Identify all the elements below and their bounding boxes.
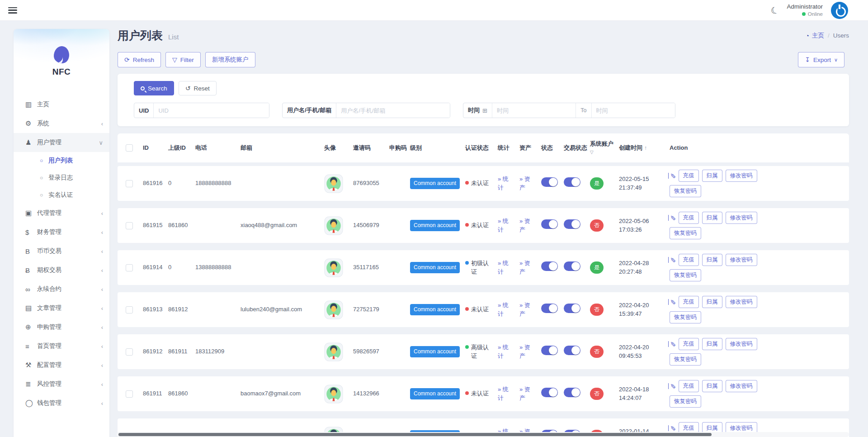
auth-status-text: 未认证 [471, 305, 491, 314]
edit-pencil-icon[interactable]: ✎ [669, 257, 677, 263]
sidebar-item-user-management[interactable]: ♟用户管理∨ [14, 133, 109, 152]
belong-button[interactable]: 归属 [702, 338, 722, 350]
edit-pencil-icon[interactable]: ✎ [669, 173, 677, 179]
belong-button[interactable]: 归属 [702, 254, 722, 266]
edit-pencil-icon[interactable]: ✎ [669, 299, 677, 305]
select-all-checkbox[interactable] [126, 144, 133, 152]
edit-pencil-icon[interactable]: ✎ [669, 425, 677, 431]
row-checkbox[interactable] [126, 348, 133, 356]
sidebar-subitem-user-list[interactable]: ○用户列表 [14, 152, 109, 169]
trade-status-toggle[interactable] [564, 346, 580, 355]
belong-button[interactable]: 归属 [702, 296, 722, 308]
change-password-button[interactable]: 修改密码 [726, 254, 757, 266]
trade-status-toggle[interactable] [564, 304, 580, 313]
add-system-account-button[interactable]: 新增系统账户 [205, 52, 255, 67]
recharge-button[interactable]: 充值 [679, 170, 699, 182]
uid-input[interactable] [154, 103, 269, 118]
stats-link[interactable]: » 统计 [498, 175, 514, 192]
stats-link[interactable]: » 统计 [498, 301, 514, 318]
row-checkbox[interactable] [126, 222, 133, 229]
sidebar-item-finance-management[interactable]: $财务管理‹ [14, 223, 109, 242]
avatar[interactable] [831, 2, 848, 19]
col-created[interactable]: 创建时间↑ [619, 144, 670, 152]
row-checkbox[interactable] [126, 180, 133, 187]
belong-button[interactable]: 归属 [702, 380, 722, 392]
recharge-button[interactable]: 充值 [679, 380, 699, 392]
sidebar-subitem-real-name-auth[interactable]: ○实名认证 [14, 186, 109, 204]
trade-status-toggle[interactable] [564, 388, 580, 397]
belong-button[interactable]: 归属 [702, 212, 722, 224]
filter-button[interactable]: ▽Filter [165, 52, 201, 67]
belong-button[interactable]: 归属 [702, 170, 722, 182]
status-toggle[interactable] [541, 388, 558, 397]
sidebar-item-spot-trading[interactable]: B币币交易‹ [14, 242, 109, 261]
breadcrumb-home-link[interactable]: ◔主页 [806, 32, 824, 40]
recharge-button[interactable]: 充值 [679, 338, 699, 350]
assets-link[interactable]: » 资产 [519, 301, 536, 318]
search-button[interactable]: Search [134, 81, 174, 95]
restore-password-button[interactable]: 恢复密码 [670, 353, 701, 366]
change-password-button[interactable]: 修改密码 [726, 338, 757, 350]
export-button[interactable]: ↧Export∨ [798, 52, 844, 67]
account-input[interactable] [336, 103, 450, 118]
sidebar-item-wallet-management[interactable]: ◯钱包管理‹ [14, 394, 109, 413]
row-checkbox[interactable] [126, 390, 133, 398]
status-toggle[interactable] [541, 177, 558, 187]
column-filter-funnel-icon[interactable]: ▽ [590, 149, 614, 156]
sidebar-item-risk-management[interactable]: ≣风控管理‹ [14, 375, 109, 394]
sidebar-item-options-trading[interactable]: Ƀ期权交易‹ [14, 261, 109, 280]
restore-password-button[interactable]: 恢复密码 [670, 269, 701, 281]
trade-status-toggle[interactable] [564, 177, 580, 187]
change-password-button[interactable]: 修改密码 [726, 296, 757, 308]
assets-link[interactable]: » 资产 [519, 259, 536, 276]
refresh-button[interactable]: ⟳Refresh [118, 52, 161, 67]
change-password-button[interactable]: 修改密码 [726, 380, 757, 392]
status-toggle[interactable] [541, 304, 558, 313]
recharge-button[interactable]: 充值 [679, 296, 699, 308]
stats-link[interactable]: » 统计 [498, 343, 514, 361]
trade-status-toggle[interactable] [564, 219, 580, 229]
assets-link[interactable]: » 资产 [519, 385, 536, 403]
recharge-button[interactable]: 充值 [679, 254, 699, 266]
assets-link[interactable]: » 资产 [519, 217, 536, 234]
sidebar-item-article-management[interactable]: ▤文章管理‹ [14, 299, 109, 318]
time-start-input[interactable] [492, 103, 576, 118]
stats-link[interactable]: » 统计 [498, 385, 514, 403]
topbar: ☾ Administrator Online [0, 0, 868, 21]
status-toggle[interactable] [541, 346, 558, 355]
row-checkbox[interactable] [126, 306, 133, 314]
sidebar-item-perpetual-contract[interactable]: ∞永续合约‹ [14, 280, 109, 299]
dark-mode-moon-icon[interactable]: ☾ [769, 5, 780, 16]
trade-status-toggle[interactable] [564, 261, 580, 271]
sidebar-item-config-management[interactable]: ⚒配置管理‹ [14, 356, 109, 375]
sidebar-item-system[interactable]: ⚙系统‹ [14, 114, 109, 133]
status-toggle[interactable] [541, 261, 558, 271]
stats-link[interactable]: » 统计 [498, 259, 514, 276]
user-info[interactable]: Administrator Online [787, 3, 823, 17]
restore-password-button[interactable]: 恢复密码 [670, 311, 701, 323]
reset-button[interactable]: ↺Reset [179, 81, 217, 95]
change-password-button[interactable]: 修改密码 [726, 212, 757, 224]
sidebar-item-agent-management[interactable]: ▣代理管理‹ [14, 204, 109, 223]
row-checkbox[interactable] [126, 264, 133, 271]
stats-link[interactable]: » 统计 [498, 217, 514, 234]
status-toggle[interactable] [541, 219, 558, 229]
sidebar-item-subscription-management[interactable]: ⊕申购管理‹ [14, 318, 109, 337]
sidebar-subitem-login-logs[interactable]: ○登录日志 [14, 169, 109, 186]
restore-password-button[interactable]: 恢复密码 [670, 395, 701, 408]
recharge-button[interactable]: 充值 [679, 212, 699, 224]
edit-pencil-icon[interactable]: ✎ [669, 341, 677, 347]
restore-password-button[interactable]: 恢复密码 [670, 185, 701, 197]
assets-link[interactable]: » 资产 [519, 175, 536, 192]
cell-invite-code: 14506979 [353, 221, 389, 230]
hamburger-menu-icon[interactable] [8, 7, 17, 14]
sidebar-item-homepage-management[interactable]: ≡首页管理‹ [14, 337, 109, 356]
time-end-input[interactable] [592, 103, 675, 118]
edit-pencil-icon[interactable]: ✎ [669, 215, 677, 221]
assets-link[interactable]: » 资产 [519, 343, 536, 361]
change-password-button[interactable]: 修改密码 [726, 170, 757, 182]
edit-pencil-icon[interactable]: ✎ [669, 383, 677, 389]
restore-password-button[interactable]: 恢复密码 [670, 227, 701, 239]
horizontal-scrollbar-thumb[interactable] [118, 433, 712, 436]
sidebar-item-home[interactable]: ▥主页 [14, 95, 109, 114]
